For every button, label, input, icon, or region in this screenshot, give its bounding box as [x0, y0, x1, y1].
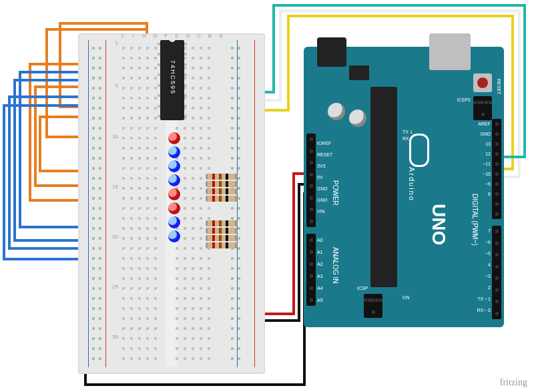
pin-label: ~6 [485, 240, 491, 244]
pin-label: ~11 [483, 162, 491, 166]
pin-label: ~9 [485, 182, 491, 186]
reset-button[interactable] [473, 73, 492, 92]
pin-label: AREF [478, 122, 491, 126]
rail-line-pos-right [254, 40, 255, 367]
tx-label: TX [403, 130, 409, 134]
pin-label: A4 [317, 286, 323, 290]
header-digital-b[interactable] [492, 226, 501, 319]
col-label: G [151, 33, 159, 39]
resistor [206, 242, 238, 248]
pin-label: A0 [317, 238, 323, 242]
section-analog: ANALOG IN [332, 247, 339, 283]
pin-label: RESET [317, 152, 332, 157]
pin-label: GND [480, 132, 491, 136]
ic-74hc595: 74HC595 [160, 40, 184, 120]
ic-notch [169, 38, 176, 42]
pin-label: IOREF [317, 141, 331, 146]
resistor [206, 228, 238, 234]
L-label: L [411, 130, 413, 134]
led-red [168, 132, 180, 144]
col-label: A [217, 33, 225, 39]
stage: J I H G F E D C B A 1 5 10 15 20 25 30 7… [0, 0, 534, 392]
rx-label: RX [403, 136, 409, 141]
resistor [206, 174, 238, 180]
col-label: I [129, 33, 137, 39]
pin-label: RX←0 [477, 308, 491, 313]
resistor [206, 235, 238, 241]
pin-label: ~10 [483, 172, 491, 176]
pin-label: A1 [317, 250, 323, 254]
rail-line-neg-left [88, 40, 89, 367]
header-power[interactable] [306, 134, 316, 227]
header-icsp2[interactable] [473, 96, 492, 120]
arduino-uno: Arduino UNO RESET ICSP2 ICSP TX RX L ON [304, 47, 504, 327]
regulator-chip [349, 65, 369, 80]
col-label: C [195, 33, 203, 39]
section-digital: DIGITAL (PWM~) [471, 194, 479, 246]
pin-label: 5V [317, 175, 323, 180]
barrel-jack [317, 37, 346, 67]
usb-port [429, 33, 471, 70]
pin-label: A3 [317, 274, 323, 278]
icsp2-label: ICSP2 [457, 97, 471, 102]
resistor [206, 181, 238, 187]
pin-label: A5 [317, 298, 323, 303]
header-icsp[interactable] [364, 294, 382, 318]
led-blue [168, 146, 180, 158]
col-label: H [140, 33, 148, 39]
resistor [206, 220, 238, 226]
led-blue [168, 216, 180, 228]
led-blue [168, 230, 180, 242]
arduino-model: UNO [428, 204, 449, 245]
watermark: fritzing [500, 377, 527, 388]
pin-label: VIN [317, 209, 325, 214]
pin-label: 3V3 [317, 164, 325, 168]
ic-label: 74HC595 [170, 60, 176, 95]
ic-pins-left [158, 43, 160, 118]
pin-label: 2 [488, 285, 491, 290]
infinity-logo [409, 134, 429, 167]
led-red [168, 202, 180, 214]
col-label: D [184, 33, 192, 39]
pin-label: 8 [488, 192, 491, 196]
led-blue [168, 174, 180, 186]
capacitor [349, 110, 366, 127]
pin-label: 7 [488, 228, 491, 233]
arduino-brand: Arduino [408, 167, 416, 202]
header-analog[interactable] [306, 234, 316, 306]
pin-label: GND [317, 186, 328, 191]
on-label: ON [403, 295, 410, 300]
pin-label: GND [317, 198, 328, 202]
pin-label: TX→1 [477, 297, 491, 301]
pin-label: 12 [485, 152, 491, 156]
pin-label: A2 [317, 262, 323, 266]
reset-label: RESET [497, 79, 501, 94]
pin-label: ~3 [485, 274, 491, 278]
icsp-label: ICSP [357, 286, 368, 290]
pin-label: 13 [485, 142, 491, 146]
led-red [168, 188, 180, 200]
section-power: POWER [332, 180, 339, 206]
capacitor [328, 103, 345, 120]
atmega-chip [370, 87, 397, 287]
pin-label: 4 [488, 262, 491, 267]
col-label: B [206, 33, 214, 39]
resistor [206, 188, 238, 194]
header-digital-a[interactable] [492, 119, 501, 219]
pin-label: ~5 [485, 251, 491, 256]
col-label: J [118, 33, 126, 39]
resistor [206, 196, 238, 202]
ic-pins-right [184, 43, 187, 118]
led-blue [168, 160, 180, 172]
